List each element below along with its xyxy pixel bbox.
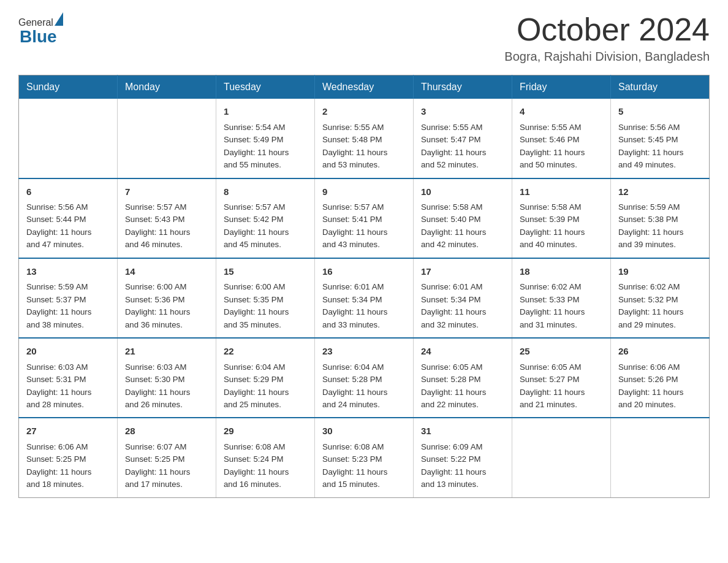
calendar-cell: 20Sunrise: 6:03 AM Sunset: 5:31 PM Dayli… bbox=[19, 338, 118, 418]
logo-blue-text: Blue bbox=[20, 27, 57, 47]
calendar-cell bbox=[512, 418, 611, 497]
day-number: 25 bbox=[520, 345, 603, 359]
calendar-week-row: 13Sunrise: 5:59 AM Sunset: 5:37 PM Dayli… bbox=[19, 258, 710, 338]
calendar-cell: 14Sunrise: 6:00 AM Sunset: 5:36 PM Dayli… bbox=[118, 258, 216, 338]
day-number: 4 bbox=[520, 105, 603, 119]
title-area: October 2024 Bogra, Rajshahi Division, B… bbox=[504, 12, 710, 64]
day-number: 30 bbox=[322, 424, 406, 439]
calendar-cell: 17Sunrise: 6:01 AM Sunset: 5:34 PM Dayli… bbox=[414, 258, 512, 338]
calendar-cell bbox=[611, 418, 710, 497]
day-number: 21 bbox=[125, 345, 208, 359]
calendar-cell: 13Sunrise: 5:59 AM Sunset: 5:37 PM Dayli… bbox=[19, 258, 118, 338]
day-info: Sunrise: 6:00 AM Sunset: 5:35 PM Dayligh… bbox=[224, 282, 289, 329]
day-info: Sunrise: 6:03 AM Sunset: 5:31 PM Dayligh… bbox=[26, 362, 91, 409]
day-info: Sunrise: 5:56 AM Sunset: 5:45 PM Dayligh… bbox=[618, 123, 683, 169]
day-info: Sunrise: 6:08 AM Sunset: 5:24 PM Dayligh… bbox=[224, 442, 289, 489]
page-subtitle: Bogra, Rajshahi Division, Bangladesh bbox=[504, 50, 710, 64]
calendar-cell: 16Sunrise: 6:01 AM Sunset: 5:34 PM Dayli… bbox=[315, 258, 414, 338]
day-info: Sunrise: 5:57 AM Sunset: 5:41 PM Dayligh… bbox=[322, 202, 387, 249]
day-info: Sunrise: 6:01 AM Sunset: 5:34 PM Dayligh… bbox=[322, 282, 387, 329]
day-number: 16 bbox=[322, 265, 406, 279]
day-info: Sunrise: 5:57 AM Sunset: 5:42 PM Dayligh… bbox=[224, 202, 289, 249]
calendar-cell: 19Sunrise: 6:02 AM Sunset: 5:32 PM Dayli… bbox=[611, 258, 710, 338]
weekday-header-monday: Monday bbox=[118, 75, 216, 99]
calendar-cell: 31Sunrise: 6:09 AM Sunset: 5:22 PM Dayli… bbox=[414, 418, 512, 497]
day-info: Sunrise: 6:06 AM Sunset: 5:26 PM Dayligh… bbox=[618, 362, 683, 409]
calendar-cell: 15Sunrise: 6:00 AM Sunset: 5:35 PM Dayli… bbox=[216, 258, 315, 338]
day-number: 20 bbox=[26, 345, 110, 359]
weekday-header-sunday: Sunday bbox=[19, 75, 118, 99]
day-number: 26 bbox=[618, 345, 702, 359]
weekday-header-wednesday: Wednesday bbox=[315, 75, 414, 99]
day-info: Sunrise: 6:07 AM Sunset: 5:25 PM Dayligh… bbox=[125, 442, 190, 489]
calendar-cell: 8Sunrise: 5:57 AM Sunset: 5:42 PM Daylig… bbox=[216, 178, 315, 258]
day-info: Sunrise: 6:05 AM Sunset: 5:27 PM Dayligh… bbox=[520, 362, 585, 409]
day-number: 14 bbox=[125, 265, 208, 279]
day-number: 23 bbox=[322, 345, 406, 359]
day-info: Sunrise: 5:57 AM Sunset: 5:43 PM Dayligh… bbox=[125, 202, 190, 249]
day-number: 27 bbox=[26, 424, 110, 439]
day-number: 15 bbox=[224, 265, 307, 279]
day-number: 1 bbox=[224, 105, 307, 119]
calendar-cell: 3Sunrise: 5:55 AM Sunset: 5:47 PM Daylig… bbox=[414, 99, 512, 178]
day-info: Sunrise: 6:06 AM Sunset: 5:25 PM Dayligh… bbox=[26, 442, 91, 489]
calendar-cell: 28Sunrise: 6:07 AM Sunset: 5:25 PM Dayli… bbox=[118, 418, 216, 497]
day-number: 2 bbox=[322, 105, 406, 119]
day-info: Sunrise: 6:00 AM Sunset: 5:36 PM Dayligh… bbox=[125, 282, 190, 329]
day-info: Sunrise: 5:59 AM Sunset: 5:37 PM Dayligh… bbox=[26, 282, 91, 329]
day-number: 6 bbox=[26, 185, 110, 199]
day-info: Sunrise: 5:55 AM Sunset: 5:47 PM Dayligh… bbox=[421, 123, 486, 169]
calendar-cell: 7Sunrise: 5:57 AM Sunset: 5:43 PM Daylig… bbox=[118, 178, 216, 258]
calendar-cell: 29Sunrise: 6:08 AM Sunset: 5:24 PM Dayli… bbox=[216, 418, 315, 497]
day-number: 17 bbox=[421, 265, 504, 279]
calendar-cell bbox=[19, 99, 118, 178]
calendar-cell: 10Sunrise: 5:58 AM Sunset: 5:40 PM Dayli… bbox=[414, 178, 512, 258]
calendar-cell: 1Sunrise: 5:54 AM Sunset: 5:49 PM Daylig… bbox=[216, 99, 315, 178]
day-number: 19 bbox=[618, 265, 702, 279]
calendar-cell: 24Sunrise: 6:05 AM Sunset: 5:28 PM Dayli… bbox=[414, 338, 512, 418]
day-info: Sunrise: 5:55 AM Sunset: 5:48 PM Dayligh… bbox=[322, 123, 387, 169]
day-number: 7 bbox=[125, 185, 208, 199]
header: General Blue October 2024 Bogra, Rajshah… bbox=[18, 12, 710, 64]
page-title: October 2024 bbox=[504, 12, 710, 47]
day-info: Sunrise: 5:55 AM Sunset: 5:46 PM Dayligh… bbox=[520, 123, 585, 169]
weekday-header-saturday: Saturday bbox=[611, 75, 710, 99]
day-info: Sunrise: 6:02 AM Sunset: 5:32 PM Dayligh… bbox=[618, 282, 683, 329]
day-info: Sunrise: 6:05 AM Sunset: 5:28 PM Dayligh… bbox=[421, 362, 486, 409]
calendar-cell: 30Sunrise: 6:08 AM Sunset: 5:23 PM Dayli… bbox=[315, 418, 414, 497]
day-number: 11 bbox=[520, 185, 603, 199]
day-number: 22 bbox=[224, 345, 307, 359]
day-number: 28 bbox=[125, 424, 208, 439]
calendar-week-row: 27Sunrise: 6:06 AM Sunset: 5:25 PM Dayli… bbox=[19, 418, 710, 497]
calendar-cell bbox=[118, 99, 216, 178]
weekday-header-friday: Friday bbox=[512, 75, 611, 99]
day-number: 9 bbox=[322, 185, 406, 199]
calendar-cell: 12Sunrise: 5:59 AM Sunset: 5:38 PM Dayli… bbox=[611, 178, 710, 258]
calendar-week-row: 20Sunrise: 6:03 AM Sunset: 5:31 PM Dayli… bbox=[19, 338, 710, 418]
calendar-cell: 4Sunrise: 5:55 AM Sunset: 5:46 PM Daylig… bbox=[512, 99, 611, 178]
calendar-cell: 22Sunrise: 6:04 AM Sunset: 5:29 PM Dayli… bbox=[216, 338, 315, 418]
calendar-week-row: 6Sunrise: 5:56 AM Sunset: 5:44 PM Daylig… bbox=[19, 178, 710, 258]
calendar-table: SundayMondayTuesdayWednesdayThursdayFrid… bbox=[18, 75, 710, 498]
day-number: 10 bbox=[421, 185, 504, 199]
day-number: 12 bbox=[618, 185, 702, 199]
calendar-cell: 27Sunrise: 6:06 AM Sunset: 5:25 PM Dayli… bbox=[19, 418, 118, 497]
day-number: 8 bbox=[224, 185, 307, 199]
day-number: 24 bbox=[421, 345, 504, 359]
weekday-header-thursday: Thursday bbox=[414, 75, 512, 99]
calendar-cell: 11Sunrise: 5:58 AM Sunset: 5:39 PM Dayli… bbox=[512, 178, 611, 258]
calendar-week-row: 1Sunrise: 5:54 AM Sunset: 5:49 PM Daylig… bbox=[19, 99, 710, 178]
day-info: Sunrise: 6:04 AM Sunset: 5:29 PM Dayligh… bbox=[224, 362, 289, 409]
calendar-cell: 6Sunrise: 5:56 AM Sunset: 5:44 PM Daylig… bbox=[19, 178, 118, 258]
calendar-cell: 9Sunrise: 5:57 AM Sunset: 5:41 PM Daylig… bbox=[315, 178, 414, 258]
day-info: Sunrise: 6:03 AM Sunset: 5:30 PM Dayligh… bbox=[125, 362, 190, 409]
day-info: Sunrise: 6:02 AM Sunset: 5:33 PM Dayligh… bbox=[520, 282, 585, 329]
logo-triangle-icon bbox=[55, 12, 63, 26]
calendar-cell: 21Sunrise: 6:03 AM Sunset: 5:30 PM Dayli… bbox=[118, 338, 216, 418]
day-info: Sunrise: 6:04 AM Sunset: 5:28 PM Dayligh… bbox=[322, 362, 387, 409]
calendar-cell: 26Sunrise: 6:06 AM Sunset: 5:26 PM Dayli… bbox=[611, 338, 710, 418]
calendar-cell: 25Sunrise: 6:05 AM Sunset: 5:27 PM Dayli… bbox=[512, 338, 611, 418]
calendar-cell: 18Sunrise: 6:02 AM Sunset: 5:33 PM Dayli… bbox=[512, 258, 611, 338]
day-number: 29 bbox=[224, 424, 307, 439]
day-number: 13 bbox=[26, 265, 110, 279]
